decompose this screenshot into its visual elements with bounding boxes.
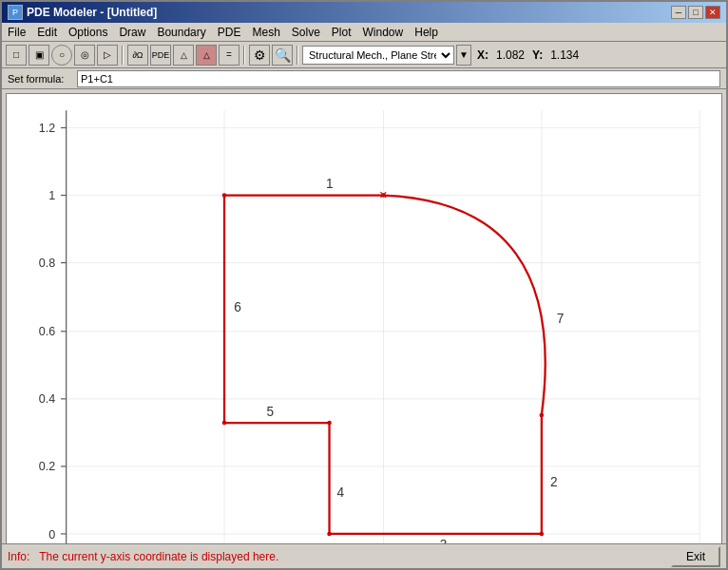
toolbar-pde-btn[interactable]: PDE [150,45,171,66]
status-bar: Info: The current y-axis coordinate is d… [2,543,726,568]
main-window: P PDE Modeler - [Untitled] ─ □ ✕ File Ed… [0,0,728,570]
status-text: Info: The current y-axis coordinate is d… [8,550,278,563]
coord-x-value: 1.082 [496,48,525,62]
main-area: 0 0.2 0.4 0.6 0.8 1 1.2 [2,89,726,543]
toolbar-zoom-btn[interactable]: 🔍 [272,45,293,66]
pde-type-select[interactable]: Structural Mech., Plane Stress Electrost… [302,46,454,65]
svg-rect-0 [7,94,721,543]
svg-text:1: 1 [48,189,55,202]
toolbar-settings-btn[interactable]: ⚙ [249,45,270,66]
svg-text:0.4: 0.4 [39,392,55,406]
svg-point-55 [327,421,332,426]
svg-text:4: 4 [337,485,345,500]
toolbar-rect2-btn[interactable]: ▣ [29,45,49,66]
toolbar-poly-btn[interactable]: ▷ [97,45,118,66]
toolbar-circle-btn[interactable]: ◎ [74,45,95,66]
toolbar-equals-btn[interactable]: = [219,45,239,66]
svg-text:1.2: 1.2 [39,122,55,135]
svg-point-59 [381,193,386,198]
menu-edit[interactable]: Edit [31,24,63,41]
toolbar-sep1 [122,46,124,65]
menu-bar: File Edit Options Draw Boundary PDE Mesh… [2,23,726,42]
title-buttons: ─ □ ✕ [671,6,720,19]
toolbar-rect-btn[interactable]: □ [6,45,27,66]
window-title: PDE Modeler - [Untitled] [27,6,157,19]
plot-container: 0 0.2 0.4 0.6 0.8 1 1.2 [6,93,722,543]
close-button[interactable]: ✕ [705,6,720,19]
menu-plot[interactable]: Plot [326,24,357,41]
svg-text:0.8: 0.8 [39,256,55,270]
coord-display: X: 1.082 Y: 1.134 [477,48,579,62]
menu-help[interactable]: Help [409,24,444,41]
toolbar-boundary-btn[interactable]: ∂Ω [127,45,148,66]
svg-point-56 [327,532,332,537]
status-prefix: Info: [8,550,29,563]
plot-svg: 0 0.2 0.4 0.6 0.8 1 1.2 [7,94,721,543]
status-message: The current y-axis coordinate is display… [39,550,278,563]
svg-point-53 [222,193,227,198]
coord-x-label: X: [477,48,489,62]
svg-text:7: 7 [557,312,565,326]
pde-select-arrow[interactable]: ▼ [456,45,471,66]
exit-button[interactable]: Exit [671,546,720,567]
toolbar-sep3 [297,46,298,65]
toolbar: □ ▣ ○ ◎ ▷ ∂Ω PDE △ △ = ⚙ 🔍 Structural Me… [2,42,726,68]
svg-text:0.6: 0.6 [39,325,55,338]
svg-text:2: 2 [550,474,558,488]
svg-text:1: 1 [326,177,334,191]
svg-point-57 [540,532,545,537]
toolbar-sep2 [243,46,245,65]
svg-text:0: 0 [48,527,55,541]
menu-pde[interactable]: PDE [212,24,247,41]
svg-point-58 [540,413,545,418]
formula-bar: Set formula: [2,68,726,89]
title-bar-left: P PDE Modeler - [Untitled] [8,5,157,20]
menu-solve[interactable]: Solve [286,24,326,41]
maximize-button[interactable]: □ [688,6,703,19]
svg-text:6: 6 [234,300,241,314]
formula-label: Set formula: [8,73,69,85]
toolbar-mesh-btn[interactable]: △ [173,45,194,66]
menu-file[interactable]: File [2,24,31,41]
svg-text:5: 5 [266,405,274,419]
coord-y-label: Y: [532,48,543,62]
svg-point-54 [222,421,227,426]
toolbar-ellipse-btn[interactable]: ○ [51,45,72,66]
menu-window[interactable]: Window [357,24,410,41]
menu-mesh[interactable]: Mesh [246,24,285,41]
app-icon: P [8,5,23,20]
formula-input[interactable] [77,70,720,87]
toolbar-refine-btn[interactable]: △ [196,45,217,66]
coord-y-value: 1.134 [550,48,579,62]
title-bar: P PDE Modeler - [Untitled] ─ □ ✕ [2,2,726,23]
menu-draw[interactable]: Draw [113,24,151,41]
menu-boundary[interactable]: Boundary [151,24,211,41]
menu-options[interactable]: Options [63,24,113,41]
minimize-button[interactable]: ─ [671,6,686,19]
svg-text:0.2: 0.2 [39,460,55,473]
svg-text:3: 3 [440,538,448,543]
